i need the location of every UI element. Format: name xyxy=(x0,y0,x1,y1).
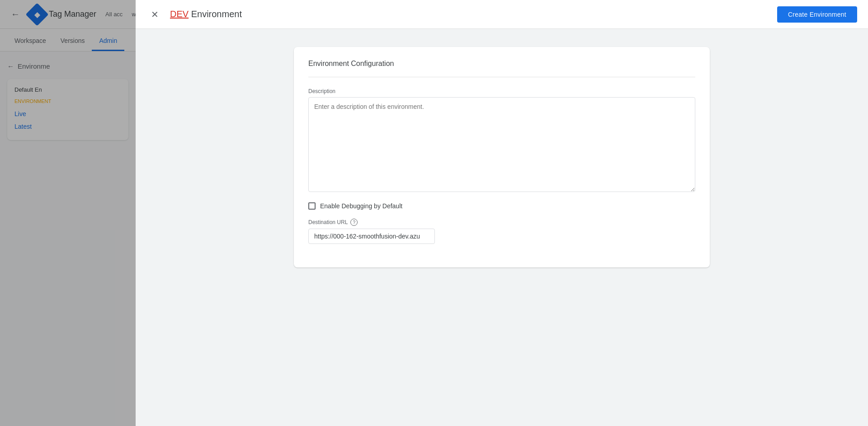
dialog-title-dev: DEV xyxy=(170,9,189,19)
create-environment-button[interactable]: Create Environment xyxy=(777,6,857,23)
destination-label: Destination URL xyxy=(308,219,348,225)
config-card: Environment Configuration Description En… xyxy=(294,47,710,267)
close-button[interactable]: ✕ xyxy=(146,6,163,23)
debug-checkbox[interactable] xyxy=(308,202,316,210)
debug-checkbox-row: Enable Debugging by Default xyxy=(308,202,695,210)
config-section-title: Environment Configuration xyxy=(308,60,695,77)
dialog-header: ✕ DEV Environment Create Environment xyxy=(136,0,868,29)
destination-url-field: Destination URL ? xyxy=(308,219,695,244)
debug-label: Enable Debugging by Default xyxy=(320,202,402,210)
description-field: Description xyxy=(308,88,695,193)
description-label: Description xyxy=(308,88,695,94)
destination-help-icon[interactable]: ? xyxy=(350,219,358,226)
dialog-body: Environment Configuration Description En… xyxy=(136,29,868,426)
dialog-title: DEV Environment xyxy=(170,9,242,19)
help-icon-text: ? xyxy=(353,220,356,225)
destination-url-label-row: Destination URL ? xyxy=(308,219,695,226)
dialog-title-suffix: Environment xyxy=(189,9,242,19)
dialog-panel: ✕ DEV Environment Create Environment Env… xyxy=(136,0,868,426)
close-icon: ✕ xyxy=(151,9,159,20)
dialog-header-left: ✕ DEV Environment xyxy=(146,6,242,23)
description-textarea[interactable] xyxy=(308,97,695,192)
destination-url-input[interactable] xyxy=(308,229,435,244)
